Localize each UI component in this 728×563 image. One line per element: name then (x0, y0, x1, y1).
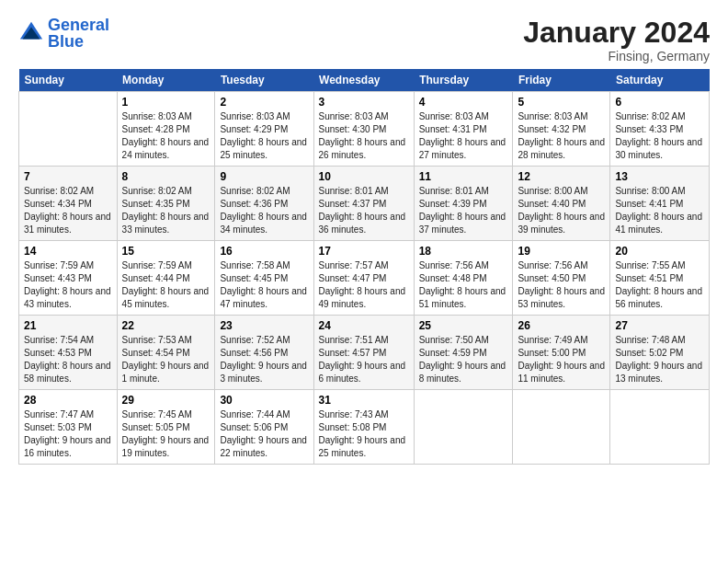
calendar-cell (19, 92, 118, 167)
calendar-week-row: 28 Sunrise: 7:47 AMSunset: 5:03 PMDaylig… (19, 390, 710, 465)
calendar-cell: 12 Sunrise: 8:00 AMSunset: 4:40 PMDaylig… (513, 167, 610, 241)
calendar-week-row: 7 Sunrise: 8:02 AMSunset: 4:34 PMDayligh… (19, 167, 710, 241)
month-title: January 2024 (523, 17, 710, 49)
day-number: 26 (518, 319, 605, 332)
day-number: 25 (419, 319, 508, 332)
day-detail: Sunrise: 7:43 AMSunset: 5:08 PMDaylight:… (319, 409, 406, 458)
day-detail: Sunrise: 7:58 AMSunset: 4:45 PMDaylight:… (220, 260, 307, 309)
day-number: 27 (615, 319, 704, 332)
day-number: 29 (122, 394, 210, 407)
day-detail: Sunrise: 7:44 AMSunset: 5:06 PMDaylight:… (220, 409, 307, 458)
calendar-cell: 3 Sunrise: 8:03 AMSunset: 4:30 PMDayligh… (313, 92, 414, 167)
day-number: 20 (615, 245, 704, 258)
calendar-cell: 17 Sunrise: 7:57 AMSunset: 4:47 PMDaylig… (313, 241, 414, 316)
day-number: 19 (518, 245, 605, 258)
day-number: 14 (24, 245, 112, 258)
calendar-cell: 6 Sunrise: 8:02 AMSunset: 4:33 PMDayligh… (610, 92, 710, 167)
day-detail: Sunrise: 7:50 AMSunset: 4:59 PMDaylight:… (419, 335, 506, 384)
calendar-week-row: 14 Sunrise: 7:59 AMSunset: 4:43 PMDaylig… (19, 241, 710, 316)
col-header-saturday: Saturday (610, 69, 710, 92)
day-detail: Sunrise: 7:59 AMSunset: 4:44 PMDaylight:… (122, 260, 210, 309)
day-detail: Sunrise: 7:57 AMSunset: 4:47 PMDaylight:… (319, 260, 406, 309)
day-number: 3 (319, 96, 409, 109)
calendar-cell: 21 Sunrise: 7:54 AMSunset: 4:53 PMDaylig… (19, 316, 118, 390)
day-number: 17 (319, 245, 409, 258)
calendar-cell: 30 Sunrise: 7:44 AMSunset: 5:06 PMDaylig… (215, 390, 313, 465)
calendar-cell: 10 Sunrise: 8:01 AMSunset: 4:37 PMDaylig… (313, 167, 414, 241)
title-block: January 2024 Finsing, Germany (523, 17, 710, 63)
calendar-week-row: 21 Sunrise: 7:54 AMSunset: 4:53 PMDaylig… (19, 316, 710, 390)
calendar-cell (414, 390, 513, 465)
day-detail: Sunrise: 8:03 AMSunset: 4:31 PMDaylight:… (419, 111, 506, 160)
header: General Blue January 2024 Finsing, Germa… (18, 17, 710, 63)
col-header-friday: Friday (513, 69, 610, 92)
calendar-cell (513, 390, 610, 465)
day-number: 13 (615, 170, 704, 183)
calendar-cell: 24 Sunrise: 7:51 AMSunset: 4:57 PMDaylig… (313, 316, 414, 390)
col-header-tuesday: Tuesday (215, 69, 313, 92)
calendar-cell: 5 Sunrise: 8:03 AMSunset: 4:32 PMDayligh… (513, 92, 610, 167)
day-detail: Sunrise: 8:03 AMSunset: 4:32 PMDaylight:… (518, 111, 605, 160)
calendar-header-row: SundayMondayTuesdayWednesdayThursdayFrid… (19, 69, 710, 92)
day-number: 2 (220, 96, 308, 109)
day-number: 30 (220, 394, 308, 407)
calendar-cell: 27 Sunrise: 7:48 AMSunset: 5:02 PMDaylig… (610, 316, 710, 390)
day-number: 1 (122, 96, 210, 109)
logo-text: General Blue (48, 17, 109, 50)
day-number: 28 (24, 394, 112, 407)
calendar-cell: 7 Sunrise: 8:02 AMSunset: 4:34 PMDayligh… (19, 167, 118, 241)
day-detail: Sunrise: 8:00 AMSunset: 4:41 PMDaylight:… (615, 186, 702, 235)
day-detail: Sunrise: 8:03 AMSunset: 4:29 PMDaylight:… (220, 111, 307, 160)
day-detail: Sunrise: 7:55 AMSunset: 4:51 PMDaylight:… (615, 260, 702, 309)
day-number: 31 (319, 394, 409, 407)
day-detail: Sunrise: 8:02 AMSunset: 4:33 PMDaylight:… (615, 111, 702, 160)
logo-icon (18, 20, 44, 46)
calendar-cell: 11 Sunrise: 8:01 AMSunset: 4:39 PMDaylig… (414, 167, 513, 241)
col-header-wednesday: Wednesday (313, 69, 414, 92)
day-number: 9 (220, 170, 308, 183)
calendar-week-row: 1 Sunrise: 8:03 AMSunset: 4:28 PMDayligh… (19, 92, 710, 167)
day-detail: Sunrise: 7:52 AMSunset: 4:56 PMDaylight:… (220, 335, 307, 384)
calendar-cell: 31 Sunrise: 7:43 AMSunset: 5:08 PMDaylig… (313, 390, 414, 465)
day-number: 22 (122, 319, 210, 332)
logo: General Blue (18, 17, 109, 50)
day-detail: Sunrise: 7:56 AMSunset: 4:48 PMDaylight:… (419, 260, 506, 309)
calendar-cell: 18 Sunrise: 7:56 AMSunset: 4:48 PMDaylig… (414, 241, 513, 316)
calendar-cell: 14 Sunrise: 7:59 AMSunset: 4:43 PMDaylig… (19, 241, 118, 316)
day-detail: Sunrise: 8:01 AMSunset: 4:39 PMDaylight:… (419, 186, 506, 235)
calendar-cell: 22 Sunrise: 7:53 AMSunset: 4:54 PMDaylig… (117, 316, 215, 390)
day-number: 5 (518, 96, 605, 109)
col-header-thursday: Thursday (414, 69, 513, 92)
col-header-sunday: Sunday (19, 69, 118, 92)
calendar-cell: 29 Sunrise: 7:45 AMSunset: 5:05 PMDaylig… (117, 390, 215, 465)
day-number: 4 (419, 96, 508, 109)
day-number: 15 (122, 245, 210, 258)
day-number: 8 (122, 170, 210, 183)
day-detail: Sunrise: 7:54 AMSunset: 4:53 PMDaylight:… (24, 335, 111, 384)
day-detail: Sunrise: 7:48 AMSunset: 5:02 PMDaylight:… (615, 335, 702, 384)
day-number: 21 (24, 319, 112, 332)
calendar-cell: 13 Sunrise: 8:00 AMSunset: 4:41 PMDaylig… (610, 167, 710, 241)
page-container: General Blue January 2024 Finsing, Germa… (0, 0, 728, 474)
calendar-cell: 15 Sunrise: 7:59 AMSunset: 4:44 PMDaylig… (117, 241, 215, 316)
day-number: 6 (615, 96, 704, 109)
day-number: 24 (319, 319, 409, 332)
day-number: 18 (419, 245, 508, 258)
calendar-cell: 8 Sunrise: 8:02 AMSunset: 4:35 PMDayligh… (117, 167, 215, 241)
day-number: 12 (518, 170, 605, 183)
day-number: 11 (419, 170, 508, 183)
calendar-cell: 25 Sunrise: 7:50 AMSunset: 4:59 PMDaylig… (414, 316, 513, 390)
calendar-cell: 20 Sunrise: 7:55 AMSunset: 4:51 PMDaylig… (610, 241, 710, 316)
calendar-cell: 19 Sunrise: 7:56 AMSunset: 4:50 PMDaylig… (513, 241, 610, 316)
col-header-monday: Monday (117, 69, 215, 92)
day-detail: Sunrise: 8:03 AMSunset: 4:30 PMDaylight:… (319, 111, 406, 160)
calendar-cell (610, 390, 710, 465)
calendar-cell: 26 Sunrise: 7:49 AMSunset: 5:00 PMDaylig… (513, 316, 610, 390)
calendar-cell: 23 Sunrise: 7:52 AMSunset: 4:56 PMDaylig… (215, 316, 313, 390)
calendar-cell: 9 Sunrise: 8:02 AMSunset: 4:36 PMDayligh… (215, 167, 313, 241)
day-number: 10 (319, 170, 409, 183)
day-detail: Sunrise: 7:47 AMSunset: 5:03 PMDaylight:… (24, 409, 111, 458)
day-detail: Sunrise: 8:02 AMSunset: 4:36 PMDaylight:… (220, 186, 307, 235)
day-number: 16 (220, 245, 308, 258)
day-number: 7 (24, 170, 112, 183)
